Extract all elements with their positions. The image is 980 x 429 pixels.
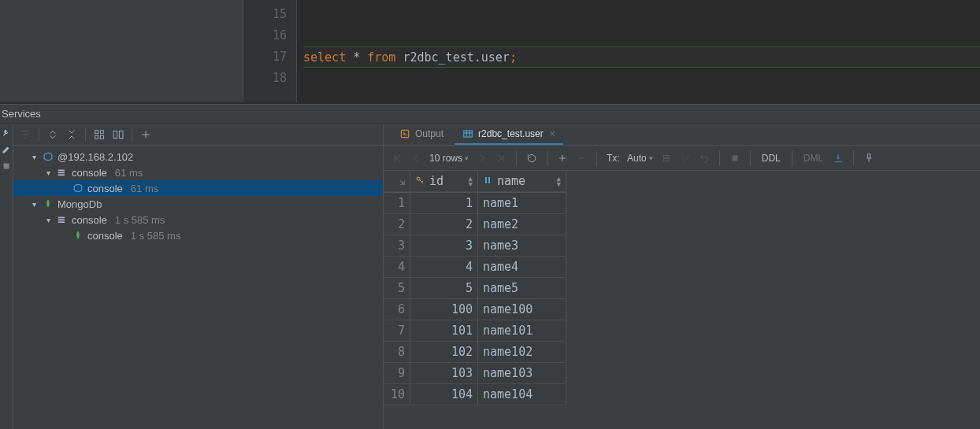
- svg-rect-9: [58, 174, 65, 176]
- cell-name[interactable]: name1: [478, 193, 566, 214]
- tx-mode-dropdown[interactable]: Tx: Auto ▾: [603, 153, 656, 164]
- rownum-cell: 8: [384, 342, 410, 363]
- cell-name[interactable]: name3: [478, 235, 566, 257]
- result-toolbar: 10 rows ▾ Tx: Auto ▾: [384, 146, 980, 171]
- tree-row[interactable]: console61 ms: [13, 180, 383, 196]
- column-header-id[interactable]: id▲▼: [410, 171, 478, 192]
- cell-id[interactable]: 101: [410, 320, 478, 342]
- services-left: ▾@192.168.2.102▾console61 msconsole61 ms…: [13, 124, 384, 429]
- cell-name[interactable]: name101: [478, 320, 566, 342]
- cell-id[interactable]: 5: [410, 278, 478, 299]
- column-label: id: [429, 171, 444, 192]
- table-row[interactable]: 6100name100: [384, 299, 566, 320]
- add-button[interactable]: [137, 126, 154, 143]
- prev-page-button[interactable]: [407, 150, 425, 167]
- sql-keyword: from: [367, 50, 395, 65]
- result-grid[interactable]: ⇲id▲▼name▲▼11name122name233name344name45…: [384, 171, 980, 429]
- gutter-line[interactable]: 17: [243, 46, 296, 68]
- table-row[interactable]: 8102name102: [384, 342, 566, 363]
- sql-text: *: [346, 50, 367, 65]
- ddl-button[interactable]: DDL: [757, 153, 785, 164]
- page-size-dropdown[interactable]: 10 rows ▾: [426, 153, 472, 164]
- tree-row[interactable]: ▾@192.168.2.102: [13, 149, 383, 165]
- table-row[interactable]: 22name2: [384, 214, 566, 235]
- tree-caret[interactable]: ▾: [29, 153, 39, 161]
- cell-id[interactable]: 1: [410, 193, 478, 214]
- table-row[interactable]: 11name1: [384, 193, 566, 214]
- result-tab[interactable]: Output: [392, 124, 451, 145]
- next-page-button[interactable]: [473, 150, 491, 167]
- tree-row[interactable]: ▾console61 ms: [13, 165, 383, 180]
- table-row[interactable]: 9103name103: [384, 363, 566, 384]
- pencil-icon[interactable]: [2, 145, 11, 157]
- cell-name[interactable]: name2: [478, 214, 566, 235]
- cell-id[interactable]: 103: [410, 363, 478, 384]
- refresh-button[interactable]: [523, 150, 540, 167]
- wrench-icon[interactable]: [2, 128, 11, 140]
- revert-button[interactable]: [696, 150, 713, 167]
- cell-id[interactable]: 4: [410, 257, 478, 278]
- cell-id[interactable]: 102: [410, 342, 478, 363]
- cell-id[interactable]: 2: [410, 214, 478, 235]
- cell-name[interactable]: name104: [478, 384, 566, 405]
- filter-button[interactable]: [17, 126, 34, 143]
- pin-button[interactable]: [860, 150, 878, 167]
- cell-id[interactable]: 100: [410, 299, 478, 320]
- tree-row[interactable]: ▾MongoDb: [13, 196, 383, 212]
- table-row[interactable]: 33name3: [384, 235, 566, 257]
- tab-label: r2dbc_test.user: [478, 128, 544, 139]
- tree-caret[interactable]: ▾: [43, 168, 53, 177]
- submit-button[interactable]: [677, 150, 694, 167]
- cell-id[interactable]: 104: [410, 384, 478, 405]
- column-label: name: [497, 171, 525, 192]
- svg-rect-0: [4, 164, 9, 169]
- square-icon[interactable]: [2, 161, 11, 173]
- chevron-down-icon: ▾: [649, 154, 653, 162]
- db-commit-button[interactable]: [658, 150, 675, 167]
- code-area[interactable]: select * from r2dbc_test.user;: [297, 0, 980, 102]
- rownum-cell: 1: [384, 193, 410, 214]
- remove-row-button[interactable]: [573, 150, 590, 167]
- gutter-line[interactable]: 15: [243, 4, 296, 25]
- svg-point-16: [417, 177, 420, 180]
- dml-button[interactable]: DML: [799, 153, 828, 164]
- tree-row[interactable]: ▾console1 s 585 ms: [13, 212, 383, 227]
- rownum-header[interactable]: ⇲: [384, 171, 410, 192]
- cell-name[interactable]: name102: [478, 342, 566, 363]
- expand-button[interactable]: [44, 126, 61, 143]
- sort-handle[interactable]: ▲▼: [557, 176, 561, 187]
- group-button[interactable]: [91, 126, 108, 143]
- cell-name[interactable]: name4: [478, 257, 566, 278]
- table-row[interactable]: 10104name104: [384, 384, 566, 405]
- tree-caret[interactable]: ▾: [29, 200, 39, 209]
- cell-id[interactable]: 3: [410, 235, 478, 257]
- close-icon[interactable]: ×: [550, 128, 555, 139]
- first-page-button[interactable]: [388, 150, 406, 167]
- sort-handle[interactable]: ▲▼: [469, 176, 473, 187]
- services-tree[interactable]: ▾@192.168.2.102▾console61 msconsole61 ms…: [13, 146, 383, 429]
- export-button[interactable]: [830, 150, 847, 167]
- cell-name[interactable]: name5: [478, 278, 566, 299]
- tree-row[interactable]: console1 s 585 ms: [13, 227, 383, 243]
- table-row[interactable]: 44name4: [384, 257, 566, 278]
- column-header-name[interactable]: name▲▼: [478, 171, 566, 192]
- table-row[interactable]: 55name5: [384, 278, 566, 299]
- services-header[interactable]: Services: [0, 105, 980, 124]
- last-page-button[interactable]: [492, 150, 510, 167]
- sql-punct: ;: [510, 50, 517, 65]
- add-row-button[interactable]: [554, 150, 571, 167]
- cell-name[interactable]: name103: [478, 363, 566, 384]
- tree-caret[interactable]: ▾: [43, 216, 53, 224]
- collapse-button[interactable]: [63, 126, 80, 143]
- table-row[interactable]: 7101name101: [384, 320, 566, 342]
- console-icon: [72, 183, 84, 194]
- gutter-line[interactable]: 18: [243, 68, 296, 89]
- stop-button[interactable]: [726, 150, 744, 167]
- tree-meta: 1 s 585 ms: [131, 230, 181, 242]
- editor-sidebar: [13, 0, 243, 102]
- result-tab[interactable]: r2dbc_test.user×: [455, 124, 563, 145]
- cell-name[interactable]: name100: [478, 299, 566, 320]
- gutter-line[interactable]: 16: [243, 25, 296, 46]
- layout-button[interactable]: [110, 126, 127, 143]
- editor: 15 16 17 18 select * from r2dbc_test.use…: [0, 0, 980, 102]
